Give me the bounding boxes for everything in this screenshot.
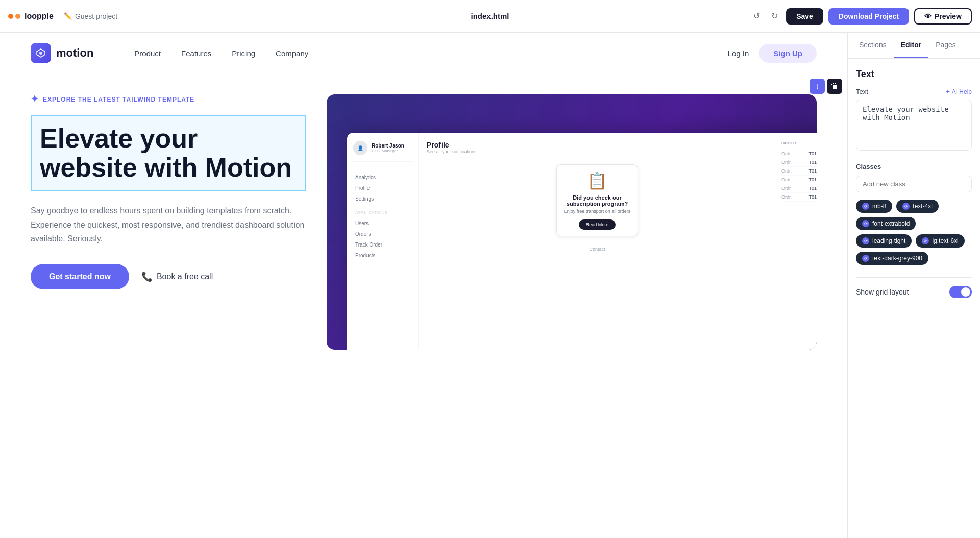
tag-icon-2: ⟳ <box>902 203 910 210</box>
class-tags: ⟳ mb-8 ⟳ text-4xl ⟳ font-extrabold ⟳ lea… <box>856 200 972 265</box>
hero-section: EXPLORE THE LATEST TAILWIND TEMPLATE Ele… <box>0 74 847 431</box>
site-nav: motion Product Features Pricing Company … <box>0 33 847 74</box>
nav-links: Product Features Pricing Company <box>134 49 727 58</box>
notif-sub: Enjoy free transport on all orders <box>563 209 631 214</box>
topbar-actions: ↺ ↻ Save Download Project 👁 Preview <box>750 8 972 25</box>
tag-icon: ⟳ <box>862 203 869 210</box>
redo-button[interactable]: ↻ <box>768 8 781 24</box>
class-tag-lgtext6xl[interactable]: ⟳ lg:text-6xl <box>916 234 964 248</box>
book-call-button[interactable]: 📞 Book a free call <box>141 271 213 282</box>
nav-company[interactable]: Company <box>276 49 308 58</box>
text-textarea[interactable]: Elevate your website with Motion <box>856 100 972 151</box>
canvas-area: ↓ 🗑 motion Product Features <box>0 33 847 538</box>
notif-title: Did you check our subscription program? <box>563 194 631 207</box>
logo-text: motion <box>56 46 93 60</box>
dash-nav-settings[interactable]: Settings <box>353 193 412 204</box>
dash-nav-users[interactable]: Users <box>353 218 412 229</box>
dash-nav-section: APPLICATIONS <box>353 209 412 216</box>
preview-button[interactable]: 👁 Preview <box>914 8 972 25</box>
guest-project[interactable]: ✏️ Guest project <box>64 12 117 20</box>
hero-title-box[interactable]: Elevate your website with Motion <box>31 115 306 191</box>
delete-button[interactable]: 🗑 <box>827 79 842 94</box>
get-started-button[interactable]: Get started now <box>31 264 129 289</box>
signup-button[interactable]: Sign Up <box>759 44 817 63</box>
topbar: loopple ✏️ Guest project index.html ↺ ↻ … <box>0 0 980 33</box>
ai-help-button[interactable]: ✦ AI Help <box>945 88 972 95</box>
tag-icon-3: ⟳ <box>862 220 869 227</box>
read-more-button[interactable]: Read More <box>579 219 616 230</box>
nav-pricing[interactable]: Pricing <box>232 49 255 58</box>
dash-username: Robert Jason <box>372 143 404 149</box>
explore-label: EXPLORE THE LATEST TAILWIND TEMPLATE <box>43 96 194 103</box>
tag-icon-5: ⟳ <box>922 237 929 244</box>
order-row-3: Ordr.T0189 <box>781 167 817 176</box>
undo-button[interactable]: ↺ <box>750 8 763 24</box>
hero-right: 👤 Robert Jason CEO Manager Analytics Pro… <box>327 94 817 350</box>
main-layout: ↓ 🗑 motion Product Features <box>0 33 980 538</box>
file-name: index.html <box>471 12 509 20</box>
dash-main: Profile See all your notifications 📋 Did… <box>419 133 776 350</box>
dash-nav-products[interactable]: Products <box>353 250 412 261</box>
selection-controls: ↓ 🗑 <box>810 79 842 94</box>
svg-point-0 <box>39 52 42 55</box>
website-preview: ↓ 🗑 motion Product Features <box>0 33 847 538</box>
download-button[interactable]: Download Project <box>828 8 909 25</box>
right-panel: Sections Editor Pages Text Text ✦ AI Hel… <box>847 33 980 538</box>
classes-input[interactable] <box>856 176 972 192</box>
order-header: ORDER <box>781 141 817 145</box>
edit-icon: ✏️ <box>64 12 72 20</box>
hero-left: EXPLORE THE LATEST TAILWIND TEMPLATE Ele… <box>31 94 306 289</box>
grid-layout-row: Show grid layout <box>856 286 972 298</box>
logo-area: motion <box>31 43 93 63</box>
dot-red-icon <box>8 14 13 19</box>
tag-icon-4: ⟳ <box>862 237 869 244</box>
dashboard-sidebar: 👤 Robert Jason CEO Manager Analytics Pro… <box>347 133 419 350</box>
class-tag-mb8[interactable]: ⟳ mb-8 <box>856 200 892 213</box>
dash-right-panel: ORDER Ordr.T0187 Ordr.T0188 Ordr.T0189 O… <box>776 133 817 350</box>
notification-card: 📋 Did you check our subscription program… <box>556 164 638 236</box>
toggle-knob <box>961 287 970 297</box>
dash-nav-analytics[interactable]: Analytics <box>353 172 412 183</box>
dot-orange-icon <box>15 14 20 19</box>
tag-icon-6: ⟳ <box>862 255 869 262</box>
explore-icon <box>31 94 39 105</box>
tab-editor[interactable]: Editor <box>894 33 928 58</box>
dash-nav-trackorder[interactable]: Track Order <box>353 239 412 250</box>
dash-user-info: Robert Jason CEO Manager <box>372 143 404 153</box>
class-tag-leadingtight[interactable]: ⟳ leading-tight <box>856 234 912 248</box>
grid-layout-section: Show grid layout <box>856 277 972 298</box>
book-call-label: Book a free call <box>157 272 213 281</box>
classes-label: Classes <box>856 163 972 170</box>
hero-title: Elevate your website with Motion <box>40 124 297 182</box>
loopple-logo[interactable]: loopple <box>8 12 54 21</box>
phone-icon: 📞 <box>141 271 153 282</box>
order-row-4: Ordr.T0190 <box>781 176 817 184</box>
guest-project-label: Guest project <box>75 12 117 20</box>
order-row-1: Ordr.T0187 <box>781 150 817 158</box>
login-link[interactable]: Log In <box>728 49 749 58</box>
tab-pages[interactable]: Pages <box>928 33 963 58</box>
loopple-dots <box>8 14 20 19</box>
eye-icon: 👁 <box>924 12 932 20</box>
dash-nav-orders[interactable]: Orders <box>353 229 412 239</box>
move-down-button[interactable]: ↓ <box>810 79 825 94</box>
class-tag-textdarkgrey[interactable]: ⟳ text-dark-grey-900 <box>856 252 928 265</box>
save-button[interactable]: Save <box>786 8 823 25</box>
loopple-text: loopple <box>24 12 54 21</box>
contact-label: Contact <box>427 247 768 252</box>
text-field-label: Text ✦ AI Help <box>856 88 972 95</box>
nav-product[interactable]: Product <box>134 49 161 58</box>
dashboard-mockup: 👤 Robert Jason CEO Manager Analytics Pro… <box>327 94 817 350</box>
dash-nav-profile[interactable]: Profile <box>353 183 412 193</box>
hero-buttons: Get started now 📞 Book a free call <box>31 264 306 289</box>
tab-sections[interactable]: Sections <box>852 33 894 58</box>
dash-profile-sub: See all your notifications <box>427 149 768 154</box>
class-tag-text4xl[interactable]: ⟳ text-4xl <box>896 200 939 213</box>
notif-illustration: 📋 <box>563 171 631 190</box>
order-row-6: Ordr.T0192 <box>781 193 817 202</box>
nav-features[interactable]: Features <box>181 49 211 58</box>
order-row-5: Ordr.T0191 <box>781 184 817 193</box>
grid-layout-toggle[interactable] <box>949 286 972 298</box>
class-tag-fontextrabold[interactable]: ⟳ font-extrabold <box>856 217 916 230</box>
grid-layout-label: Show grid layout <box>856 288 909 296</box>
